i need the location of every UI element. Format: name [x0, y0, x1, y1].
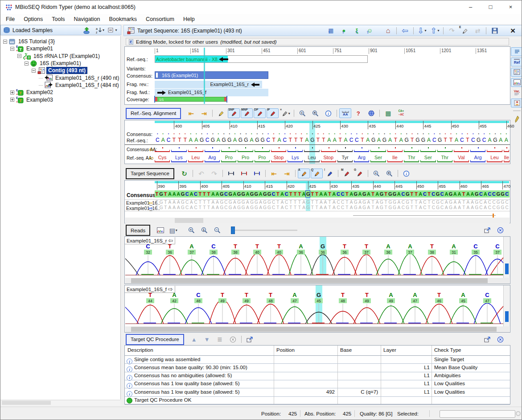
edit-mode-icon[interactable]: E — [459, 26, 471, 36]
sidebar-item-example01[interactable]: ET*Example01 — [0, 45, 120, 52]
menu-item-help[interactable]: Help — [179, 15, 199, 24]
ip-pencil-icon[interactable]: IP — [267, 108, 279, 118]
prev-variant-icon[interactable]: ⇤ — [185, 108, 197, 118]
consensus-grid-icon[interactable]: ▩ — [382, 108, 394, 118]
quality-pencil-icon[interactable]: Q — [311, 169, 323, 178]
zoom-in-icon[interactable]: + — [296, 108, 308, 118]
sort-icon[interactable]: az▾ — [94, 25, 106, 35]
refseq-aa-nav-icon[interactable]: ⇦ — [149, 155, 154, 161]
refseq-alignment-panel[interactable]: 400405410415420425430435440445450455460 … — [124, 120, 510, 164]
show-refseq-icon[interactable]: Ref — [511, 58, 522, 66]
undo-icon[interactable]: ↶ — [195, 169, 207, 178]
dp-pencil-icon[interactable]: DP — [254, 108, 266, 118]
sidebar-item-example02[interactable]: ET*Example02 — [0, 89, 120, 96]
coverage-bar[interactable]: 1/1 — [155, 97, 227, 102]
reads-panel-button[interactable]: Reads — [126, 225, 150, 236]
consensus-aa-nav-icon[interactable]: ⇦ — [149, 147, 154, 152]
send-to-table-icon[interactable]: ▦⇧ — [325, 26, 337, 36]
detach-panel-icon[interactable] — [481, 334, 493, 344]
trace-hscroll-thumb[interactable] — [131, 278, 488, 283]
zoom-in-icon[interactable]: + — [370, 169, 382, 178]
trace-hscroll-thumb[interactable] — [131, 327, 497, 332]
consensus-bar[interactable]: 16S (Example01) — [155, 71, 268, 79]
trim-right-icon[interactable] — [251, 169, 263, 178]
sidebar-item-16s-example01[interactable]: 16S (Example01) — [0, 60, 120, 67]
import-sample-icon[interactable] — [81, 25, 93, 35]
info-icon[interactable]: i — [322, 108, 334, 118]
sidebar-item-example01-16s-f-484-nt[interactable]: Example01_16S_f (484 nt) — [0, 82, 120, 89]
qc-table-row[interactable]: iConsensus has no ambiguities (allowed: … — [125, 372, 510, 380]
move-up-icon[interactable]: ▲ — [188, 334, 200, 344]
sidebar-item-16s-rrna-ltp-example01[interactable]: T*16S rRNA LTP (Example01) — [0, 53, 120, 60]
ambiguity-icon[interactable]: ? — [352, 108, 364, 118]
frag-fwd-bar[interactable]: Example01_16S_f — [155, 89, 268, 96]
menu-item-options[interactable]: Options — [19, 15, 47, 24]
next-edit-icon[interactable]: ⇥ — [281, 169, 293, 178]
tree-expander-icon[interactable] — [17, 54, 21, 58]
zoom-off-icon[interactable] — [383, 169, 395, 178]
aa-ruler-icon[interactable]: AA — [339, 108, 351, 118]
gap-pencil-icon[interactable]: G — [353, 169, 366, 178]
tree-hscrollbar[interactable] — [1, 400, 120, 406]
tree-expander-icon[interactable] — [10, 98, 14, 102]
qc-table-row[interactable]: iConsensus mean base quality: 90.30 (min… — [125, 363, 510, 371]
tree-expander-icon[interactable] — [10, 47, 14, 51]
send-to-target-icon[interactable]: ☺⇧ — [364, 26, 376, 36]
details-icon[interactable]: ≣ — [214, 334, 226, 344]
ref-seq-bar[interactable]: Acinetobacter baumannii - X8... — [155, 56, 228, 62]
trace-vscrollbar[interactable] — [503, 285, 510, 326]
save-icon[interactable] — [489, 26, 501, 36]
trace-vscroll-thumb[interactable] — [505, 264, 509, 274]
ambiguous-pencil-icon[interactable]: A — [298, 169, 310, 178]
tree-expander-icon[interactable] — [3, 40, 7, 44]
close-panel-icon[interactable] — [494, 334, 506, 344]
home-icon[interactable]: ⌂ — [382, 26, 394, 36]
next-variant-icon[interactable]: ⇥ — [198, 108, 210, 118]
show-users-icon[interactable] — [511, 99, 522, 107]
trace-plot[interactable]: T44A42C48T49T49T48A47G45T48T49A49A47T46A… — [125, 285, 503, 326]
qc-panel-button[interactable]: Target QC Procedure — [126, 334, 184, 345]
frag-rev-bar[interactable]: Example01_16S_r — [155, 81, 262, 88]
menu-item-bookmarks[interactable]: Bookmarks — [105, 15, 142, 24]
target-panel-button[interactable]: Target Sequence — [126, 168, 174, 179]
close-panel-icon[interactable] — [494, 226, 506, 235]
detach-panel-icon[interactable] — [481, 226, 493, 235]
target-hscrollbar[interactable] — [125, 218, 510, 223]
prev-edit-icon[interactable]: ⇤ — [268, 169, 280, 178]
qc-table-row[interactable]: Target QC Procedure OK — [125, 396, 510, 404]
lowquality-pencil-icon[interactable]: ! — [324, 169, 336, 178]
trace-hscrollbar[interactable] — [125, 278, 510, 284]
send-to-sample-icon[interactable]: ●⇧ — [338, 26, 350, 36]
ref-seq-track[interactable]: Acinetobacter baumannii - X8... — [155, 55, 368, 63]
back-icon[interactable]: ⇦ — [399, 26, 411, 36]
mutation-pencil-icon[interactable]: M — [341, 169, 353, 178]
refresh-icon[interactable]: ⇄ — [472, 26, 484, 36]
edit-pencil-icon[interactable] — [215, 108, 227, 118]
show-variants-icon[interactable]: Var, — [511, 88, 522, 97]
tree-expander-icon[interactable] — [25, 62, 29, 66]
minimize-button[interactable]: – — [460, 0, 481, 13]
menu-item-navigation[interactable]: Navigation — [69, 15, 104, 24]
menu-item-tools[interactable]: Tools — [47, 15, 69, 24]
show-trace-icon[interactable] — [511, 78, 522, 87]
qc-table-row[interactable]: iConsensus has 1 low quality base (allow… — [125, 380, 510, 388]
export-icon[interactable] — [244, 334, 256, 344]
qc-table-row[interactable]: iConsensus has 1 low quality base (allow… — [125, 388, 510, 396]
zoom-reset-icon[interactable]: 1 — [198, 226, 210, 235]
close-button[interactable]: × — [501, 0, 521, 13]
move-down-icon[interactable]: ▼ — [201, 334, 213, 344]
sidebar-item-example03[interactable]: ET*Example03 — [0, 96, 120, 103]
trim-left-icon[interactable] — [238, 169, 250, 178]
redo-icon[interactable]: ↷ — [446, 26, 458, 36]
table-view-icon[interactable]: ▤▾ — [167, 226, 179, 235]
target-sequence-panel[interactable]: 3903954004054104154204254304354404454504… — [124, 180, 510, 223]
sidebar-item-example01-16s-r-490-nt[interactable]: Example01_16S_r (490 nt) — [0, 74, 120, 81]
menu-item-file[interactable]: File — [1, 15, 19, 24]
read-trace-fwd[interactable]: T44A42C48T49T49T48A47G45T48T49A49A47T46A… — [124, 285, 510, 333]
edit-pen-icon[interactable] — [511, 115, 522, 124]
prev-target-icon[interactable]: ⇧▾ — [429, 26, 441, 36]
send-to-locus-icon[interactable]: ξ⇧ — [351, 26, 363, 36]
sidebar-item-contig-493-nt[interactable]: TCAContig (493 nt) — [0, 67, 120, 74]
reassemble-icon[interactable]: ↻ — [178, 169, 190, 178]
trace-view-icon[interactable] — [154, 226, 166, 235]
